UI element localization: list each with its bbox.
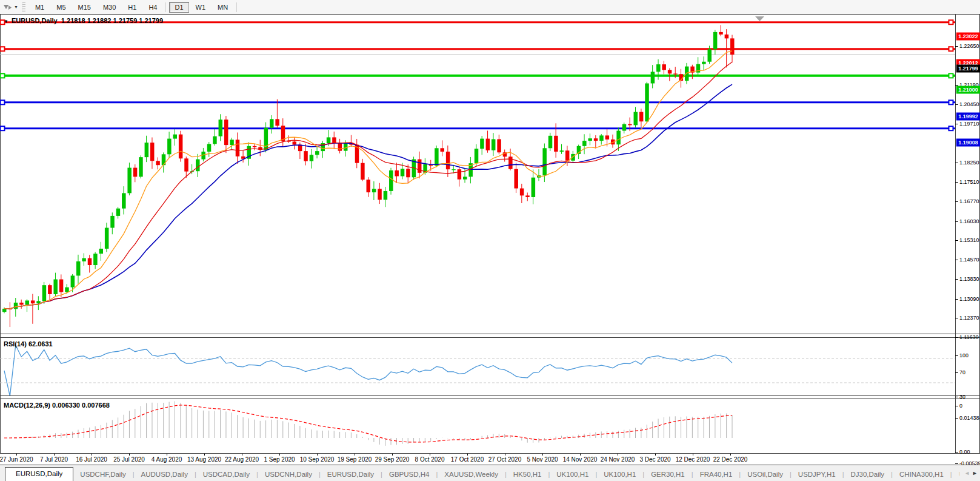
chart-ohlc-values: 1.21818 1.21882 1.21759 1.21799 [61,17,163,24]
time-axis-label: 5 Nov 2020 [527,456,558,463]
time-axis-tick [129,454,130,456]
macd-tick-mark [955,418,958,419]
macd-tick-label: 0.00 [959,449,970,455]
time-axis-label: 10 Sep 2020 [300,456,335,463]
time-axis-label: 17 Oct 2020 [451,456,484,463]
macd-histogram [4,401,732,445]
price-tick-label: 1.20450 [959,101,979,107]
tab-usdjpy-h1[interactable]: USDJPY,H1 [792,468,842,481]
timeframe-button-d1[interactable]: D1 [169,2,188,13]
timeframe-button-h4[interactable]: H4 [143,2,162,13]
tab-usoil-daily[interactable]: USOil,Daily [741,468,790,481]
timeframe-button-m15[interactable]: M15 [73,2,96,13]
chart-tool-icon[interactable] [2,2,14,12]
price-tick-mark [955,104,958,105]
price-tick-label: 1.22650 [959,43,979,49]
price-tick-mark [955,124,958,124]
rsi-plot[interactable] [0,338,955,395]
time-axis-tick [542,454,543,456]
price-tick-label: 1.12370 [959,315,979,321]
hline-handle[interactable] [949,73,953,78]
price-tick-label: 1.11630 [959,334,979,340]
time-axis-tick [693,454,693,456]
price-tick-mark [955,318,958,318]
macd-tick-mark [955,452,958,452]
tab-china300-h1[interactable]: CHINA300,H1 [893,468,950,481]
main-chart-plot[interactable] [0,15,955,334]
chart-symbol: EURUSD,Daily [12,17,58,24]
hline-handle[interactable] [1,47,5,51]
price-tick-label: 1.13090 [959,296,979,302]
tab-usdcnh-daily[interactable]: USDCNH,Daily [258,468,319,481]
tab-uk100-h1[interactable]: UK100,H1 [597,468,642,481]
tab-usdchf-daily[interactable]: USDCHF,Daily [73,468,132,481]
time-axis-label: 3 Dec 2020 [639,456,670,463]
tab-dj30-daily[interactable]: DJ30,Daily [844,468,891,481]
time-axis-label: 12 Dec 2020 [676,456,710,463]
tab-scroll-arrows: ◄ ► [959,465,980,481]
time-axis-label: 13 Aug 2020 [187,456,221,463]
chevron-down-icon[interactable]: ▼ [14,5,18,9]
time-axis-label: 14 Nov 2020 [563,456,598,463]
tabs-scroll-right-icon[interactable]: ► [972,470,978,476]
price-tick-label: 1.14570 [959,257,979,263]
time-axis[interactable]: 27 Jun 20207 Jul 202016 Jul 202025 Jul 2… [0,454,980,465]
price-badge-1.23022: 1.23022 [956,32,980,40]
timeframe-button-h1[interactable]: H1 [122,2,142,13]
price-tick-mark [955,201,958,202]
chart-shift-marker-icon[interactable] [755,16,764,21]
hline-handle[interactable] [949,47,953,51]
macd-label: MACD(12,26,9) 0.006330 0.007668 [4,402,110,409]
toolbar-gripper-icon [22,2,25,12]
price-tick-mark [955,279,958,280]
time-axis-label: 29 Sep 2020 [375,456,410,463]
price-tick-label: 1.15310 [959,237,979,243]
tab-eurusd-daily[interactable]: EURUSD,Daily [5,467,73,481]
tabs-scroll-left-icon[interactable]: ◄ [964,470,970,476]
hline-handle[interactable] [1,73,5,78]
hline-handle[interactable] [949,126,953,130]
tab-gbpusd-h4[interactable]: GBPUSD,H4 [382,468,436,481]
timeframe-button-mn[interactable]: MN [212,2,233,13]
hline-handle[interactable] [949,20,953,24]
toolbar-separator [165,2,166,12]
macd-plot[interactable] [0,399,955,453]
tab-usdcad-daily[interactable]: USDCAD,Daily [196,468,256,481]
tab-audusd-daily[interactable]: AUDUSD,Daily [135,468,195,481]
price-tick-label: 1.16030 [959,218,979,224]
collapse-triangle-icon[interactable]: ▼ [4,19,8,24]
toolbar-separator [236,2,237,12]
time-axis-label: 1 Sep 2020 [264,456,295,463]
hline-handle[interactable] [1,100,5,104]
time-axis-tick [54,454,55,456]
rsi-tick-mark [955,372,958,373]
rsi-label: RSI(14) 62.0631 [4,340,53,348]
time-axis-tick [580,454,581,456]
hline-handle[interactable] [949,100,953,104]
timeframe-button-m1[interactable]: M1 [30,2,50,13]
price-tick-mark [955,46,958,47]
time-axis-label: 16 Jul 2020 [76,456,107,463]
timeframe-button-w1[interactable]: W1 [190,2,212,13]
tab-hk50-h1[interactable]: HK50,H1 [507,468,548,481]
hline-handle[interactable] [1,126,5,130]
tab-uk100-h1[interactable]: UK100,H1 [550,468,595,481]
price-tick-label: 1.19710 [959,121,979,127]
macd-tick-label: 0.014384 [959,415,980,421]
rsi-tick-mark [955,406,958,406]
time-axis-tick [655,454,656,456]
current-price-badge: 1.21799 [956,65,980,73]
price-tick-label: 1.17510 [959,179,979,185]
tab-fra40-h1[interactable]: FRA40,H1 [693,468,739,481]
tab-xauusd-weekly[interactable]: XAUUSD,Weekly [438,468,505,481]
price-tick-label: 1.13830 [959,276,979,282]
chart-window: ▼EURUSD,Daily 1.21818 1.21882 1.21759 1.… [0,14,980,465]
time-axis-label: 22 Dec 2020 [713,456,748,463]
time-axis-label: 19 Sep 2020 [338,456,372,463]
tab-ger30-h1[interactable]: GER30,H1 [644,468,692,481]
candles [2,25,735,327]
price-badge-1.19008: 1.19008 [956,138,980,146]
timeframe-button-m30[interactable]: M30 [98,2,121,13]
timeframe-button-m5[interactable]: M5 [51,2,71,13]
tab-eurusd-daily[interactable]: EURUSD,Daily [321,468,381,481]
